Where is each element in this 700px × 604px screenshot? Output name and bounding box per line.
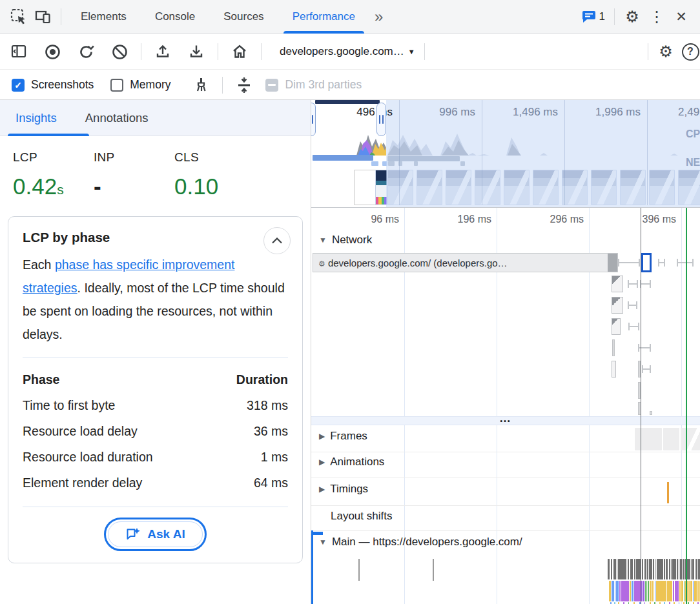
flame-bar[interactable] — [641, 581, 643, 601]
flame-bar[interactable] — [652, 581, 654, 601]
flame-bar[interactable] — [642, 559, 643, 579]
flame-bar[interactable] — [675, 581, 679, 601]
flame-bar[interactable] — [673, 581, 674, 601]
flame-bar[interactable] — [649, 559, 652, 579]
flame-bar[interactable] — [653, 559, 654, 579]
screenshots-checkbox[interactable]: ✓ — [12, 79, 25, 92]
clear-button[interactable] — [107, 39, 132, 64]
timeline-detail-view[interactable]: 96 ms 196 ms 296 ms 396 ms ▼ Network ⚙ d… — [311, 208, 700, 604]
flame-bar[interactable] — [690, 581, 692, 601]
more-tabs-button[interactable]: » — [369, 8, 388, 26]
flame-bar[interactable] — [696, 559, 697, 579]
window-left-handle[interactable] — [311, 103, 316, 136]
device-toolbar-button[interactable] — [31, 5, 56, 29]
more-options-kebab-button[interactable]: ⋮ — [644, 5, 669, 29]
tab-performance[interactable]: Performance — [278, 0, 369, 34]
inspect-element-button[interactable] — [6, 5, 31, 29]
flame-bar[interactable] — [630, 559, 633, 579]
flame-bar[interactable] — [609, 581, 611, 601]
flame-bar[interactable] — [672, 559, 676, 579]
network-request-box[interactable] — [650, 411, 652, 415]
flame-bar[interactable] — [669, 559, 670, 579]
flame-bar[interactable] — [688, 581, 690, 601]
capture-settings-gear-button[interactable]: ⚙ — [654, 39, 678, 64]
settings-gear-button[interactable]: ⚙ — [620, 5, 644, 29]
metric-lcp[interactable]: LCP 0.42s — [13, 150, 94, 199]
flame-bar[interactable] — [612, 581, 614, 601]
flame-bar[interactable] — [645, 581, 646, 601]
flame-bar[interactable] — [634, 581, 641, 601]
memory-checkbox[interactable] — [110, 79, 123, 92]
animations-track-header[interactable]: ▶ Animations — [319, 456, 384, 468]
metric-inp[interactable]: INP - — [94, 150, 174, 199]
timings-track-header[interactable]: ▶ Timings — [319, 483, 368, 496]
flame-bar[interactable] — [671, 559, 672, 579]
load-profile-button[interactable] — [150, 39, 175, 64]
flame-bar[interactable] — [697, 581, 699, 601]
flame-bar[interactable] — [657, 559, 663, 579]
record-and-reload-button[interactable] — [74, 39, 98, 64]
flame-bar[interactable] — [684, 581, 685, 601]
network-request-bar[interactable]: ⚙ developers.google.com/ (developers.go… — [313, 253, 618, 272]
flame-bar[interactable] — [655, 559, 655, 579]
help-button[interactable]: ? — [678, 39, 700, 64]
frame-block[interactable] — [663, 428, 679, 450]
flame-bar[interactable] — [617, 559, 617, 579]
flame-bar[interactable] — [694, 581, 697, 601]
network-request-box[interactable] — [612, 339, 615, 356]
metric-cls[interactable]: CLS 0.10 — [174, 150, 255, 199]
flame-bar[interactable] — [695, 559, 695, 579]
flame-bar[interactable] — [656, 581, 666, 601]
flame-bar[interactable] — [634, 559, 635, 579]
main-track-header[interactable]: ▼ Main — https://developers.google.com/ — [319, 536, 522, 549]
network-request-box[interactable] — [612, 318, 621, 335]
network-request-box[interactable] — [612, 297, 623, 314]
collapse-tracks-button[interactable] — [232, 73, 256, 97]
toggle-sidebar-button[interactable] — [6, 39, 31, 64]
layout-shifts-track-header[interactable]: Layout shifts — [331, 510, 392, 523]
flame-bar[interactable] — [691, 559, 692, 579]
flame-bar[interactable] — [632, 581, 633, 601]
flame-bar[interactable] — [693, 581, 694, 601]
ask-ai-button[interactable]: Ask AI — [108, 521, 202, 547]
tab-annotations[interactable]: Annotations — [76, 100, 158, 136]
timing-marker[interactable] — [667, 482, 669, 503]
flame-bar[interactable] — [647, 559, 648, 579]
flame-bar[interactable] — [655, 581, 655, 601]
flame-bar[interactable] — [679, 559, 679, 579]
flame-bar[interactable] — [692, 559, 694, 579]
history-url-selector[interactable]: developers.google.com… ▼ — [280, 45, 415, 58]
flame-bar[interactable] — [615, 581, 615, 601]
flame-bar[interactable] — [619, 581, 621, 601]
flame-bar[interactable] — [616, 581, 619, 601]
flame-bar[interactable] — [621, 581, 629, 601]
flame-bar[interactable] — [644, 559, 646, 579]
record-button[interactable] — [40, 39, 65, 64]
flame-bar[interactable] — [646, 581, 647, 601]
live-metrics-home-button[interactable] — [227, 39, 252, 64]
flame-bar[interactable] — [611, 559, 612, 579]
flame-bar[interactable] — [680, 559, 682, 579]
network-track-header[interactable]: ▼ Network — [319, 234, 372, 247]
console-messages-button[interactable]: 1 — [577, 5, 609, 29]
flame-bar[interactable] — [648, 581, 649, 601]
flame-bar[interactable] — [667, 581, 672, 601]
selected-network-request[interactable] — [641, 253, 652, 272]
flame-bar[interactable] — [613, 559, 616, 579]
frame-block[interactable] — [635, 428, 662, 450]
flame-bar[interactable] — [628, 559, 629, 579]
tab-sources[interactable]: Sources — [209, 0, 278, 34]
flame-bar[interactable] — [681, 581, 683, 601]
flame-bar[interactable] — [630, 581, 631, 601]
frame-block[interactable] — [681, 428, 700, 450]
save-profile-button[interactable] — [184, 39, 209, 64]
network-resize-handle[interactable]: … — [311, 416, 700, 425]
collect-garbage-button[interactable] — [189, 73, 213, 97]
window-right-handle[interactable] — [376, 103, 386, 136]
flame-bar[interactable] — [677, 559, 678, 579]
flame-bar[interactable] — [679, 581, 681, 601]
flame-bar[interactable] — [664, 559, 665, 579]
tab-insights[interactable]: Insights — [6, 100, 66, 136]
network-request-box[interactable] — [612, 361, 616, 378]
flame-bar[interactable] — [666, 559, 668, 579]
